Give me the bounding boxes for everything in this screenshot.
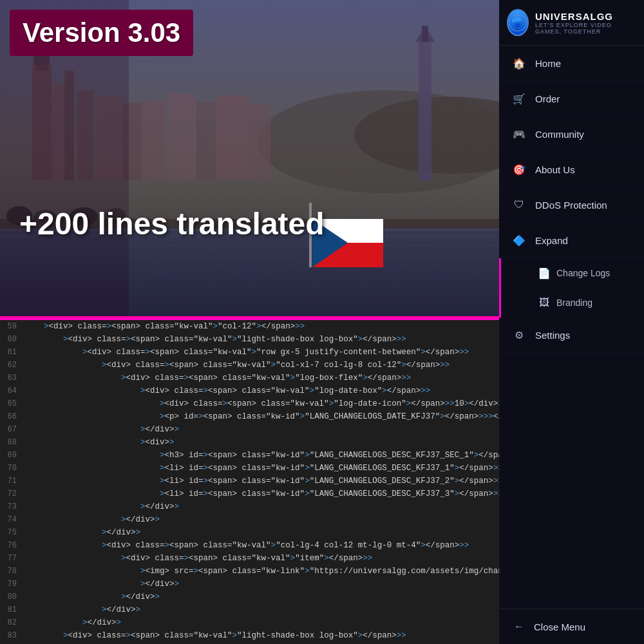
code-line: 74 ></div>> xyxy=(0,513,499,526)
version-badge: Version 3.03 xyxy=(10,10,193,56)
line-content: ></div>> xyxy=(24,513,160,526)
nav-items-container: 🏠 Home 🛒 Order 🎮 Community 🎯 About Us 🛡 … xyxy=(499,46,644,317)
line-number: 79 xyxy=(0,578,24,591)
code-line: 59 ><div> class=><span> class="kw-val">"… xyxy=(0,320,499,333)
line-content: ><li> id=><span> class="kw-id">"LANG_CHA… xyxy=(24,488,499,500)
line-content: ><li> id=><span> class="kw-id">"LANG_CHA… xyxy=(24,475,499,488)
line-number: 72 xyxy=(0,488,24,500)
about-icon: 🎯 xyxy=(512,162,526,176)
sidebar-label-order: Order xyxy=(535,93,560,104)
sidebar-item-order[interactable]: 🛒 Order xyxy=(499,81,644,117)
sidebar-spacer xyxy=(499,353,644,609)
code-line: 73 ></div>> xyxy=(0,500,499,513)
settings-icon: ⚙ xyxy=(512,328,526,342)
line-content: ></div>> xyxy=(24,526,140,539)
line-number: 75 xyxy=(0,526,24,539)
code-line: 61 ><div> class=><span> class="kw-val">"… xyxy=(0,346,499,359)
close-menu-button[interactable]: ← Close Menu xyxy=(499,609,644,644)
line-number: 61 xyxy=(0,346,24,359)
line-number: 78 xyxy=(0,565,24,578)
logo-tagline: LET'S EXPLORE VIDEO GAMES, TOGETHER xyxy=(535,22,636,35)
line-content: ></div>> xyxy=(24,578,179,591)
expand-icon: 🔷 xyxy=(512,233,526,247)
code-line: 71 ><li> id=><span> class="kw-id">"LANG_… xyxy=(0,475,499,488)
code-line: 81 ></div>> xyxy=(0,603,499,616)
line-number: 71 xyxy=(0,475,24,488)
line-content: ><div> class=><span> class="kw-val">"col… xyxy=(24,539,469,552)
sidebar: UNIVERSALGG LET'S EXPLORE VIDEO GAMES, T… xyxy=(499,0,644,644)
line-number: 83 xyxy=(0,629,24,642)
line-number: 64 xyxy=(0,384,24,397)
hero-bottom-border xyxy=(0,316,499,319)
code-line: 68 ><div>> xyxy=(0,436,499,449)
code-line: 63 ><div> class=><span> class="kw-val">"… xyxy=(0,372,499,384)
sidebar-sub-change-logs[interactable]: 📄 Change Logs xyxy=(499,258,644,288)
sidebar-sub-label-change-logs: Change Logs xyxy=(556,268,610,278)
main-area: Version 3.03 +200 lines translated 59 ><… xyxy=(0,0,499,644)
hero-subtitle: +200 lines translated xyxy=(19,206,325,242)
sidebar-item-home[interactable]: 🏠 Home xyxy=(499,46,644,81)
sidebar-item-community[interactable]: 🎮 Community xyxy=(499,117,644,152)
line-content: ><div> class=><span> class="kw-val">"lig… xyxy=(24,333,406,346)
code-editor[interactable]: 59 ><div> class=><span> class="kw-val">"… xyxy=(0,319,499,644)
line-number: 70 xyxy=(0,462,24,475)
code-line: 80 ></div>> xyxy=(0,591,499,603)
logo-text-block: UNIVERSALGG LET'S EXPLORE VIDEO GAMES, T… xyxy=(535,11,636,35)
branding-icon: 🖼 xyxy=(537,296,551,310)
line-content: ><div> class=><span> class="kw-val">"log… xyxy=(24,397,499,410)
line-number: 66 xyxy=(0,410,24,423)
code-line: 75 ></div>> xyxy=(0,526,499,539)
home-icon: 🏠 xyxy=(512,56,526,70)
line-number: 77 xyxy=(0,552,24,565)
sidebar-item-ddos[interactable]: 🛡 DDoS Protection xyxy=(499,187,644,223)
community-icon: 🎮 xyxy=(512,127,526,141)
sidebar-label-ddos: DDoS Protection xyxy=(535,200,607,211)
code-line: 79 ></div>> xyxy=(0,578,499,591)
code-line: 66 ><p> id=><span> class="kw-id">"LANG_C… xyxy=(0,410,499,423)
line-number: 69 xyxy=(0,449,24,462)
line-content: ></div>> xyxy=(24,603,140,616)
line-number: 62 xyxy=(0,359,24,372)
code-line: 72 ><li> id=><span> class="kw-id">"LANG_… xyxy=(0,488,499,500)
line-content: ><div> class=><span> class="kw-val">"col… xyxy=(24,320,305,333)
back-arrow-icon: ← xyxy=(512,620,526,634)
code-line: 62 ><div> class=><span> class="kw-val">"… xyxy=(0,359,499,372)
sidebar-item-about[interactable]: 🎯 About Us xyxy=(499,152,644,187)
line-content: ></div>> xyxy=(24,423,179,436)
settings-label: Settings xyxy=(535,330,570,341)
sidebar-logo[interactable]: UNIVERSALGG LET'S EXPLORE VIDEO GAMES, T… xyxy=(499,0,644,46)
code-line: 67 ></div>> xyxy=(0,423,499,436)
line-content: ><div> class=><span> class="kw-val">"log… xyxy=(24,372,411,384)
logo-brand: UNIVERSALGG xyxy=(535,11,636,22)
code-line: 70 ><li> id=><span> class="kw-id">"LANG_… xyxy=(0,462,499,475)
sidebar-item-expand[interactable]: 🔷 Expand xyxy=(499,223,644,258)
line-number: 63 xyxy=(0,372,24,384)
ddos-icon: 🛡 xyxy=(512,198,526,212)
line-number: 65 xyxy=(0,397,24,410)
line-content: ><div> class=><span> class="kw-val">"ite… xyxy=(24,552,372,565)
close-menu-label: Close Menu xyxy=(534,621,585,632)
line-content: ><div> class=><span> class="kw-val">"lig… xyxy=(24,629,406,642)
line-number: 73 xyxy=(0,500,24,513)
sidebar-label-community: Community xyxy=(535,129,584,140)
line-content: ><p> id=><span> class="kw-id">"LANG_CHAN… xyxy=(24,410,499,423)
line-number: 82 xyxy=(0,616,24,629)
line-content: ><div>> xyxy=(24,436,175,449)
sidebar-sub-branding[interactable]: 🖼 Branding xyxy=(499,288,644,317)
line-number: 60 xyxy=(0,333,24,346)
line-number: 80 xyxy=(0,591,24,603)
line-content: ><img> src=><span> class="kw-link">"http… xyxy=(24,565,499,578)
code-line: 78 ><img> src=><span> class="kw-link">"h… xyxy=(0,565,499,578)
line-content: ><div> class=><span> class="kw-val">"log… xyxy=(24,384,430,397)
code-line: 69 ><h3> id=><span> class="kw-id">"LANG_… xyxy=(0,449,499,462)
sidebar-sub-label-branding: Branding xyxy=(556,298,592,308)
code-line: 60 ><div> class=><span> class="kw-val">"… xyxy=(0,333,499,346)
line-content: ></div>> xyxy=(24,616,121,629)
line-number: 74 xyxy=(0,513,24,526)
sidebar-item-settings[interactable]: ⚙ Settings xyxy=(499,317,644,353)
sidebar-label-about: About Us xyxy=(535,164,575,175)
code-line: 83 ><div> class=><span> class="kw-val">"… xyxy=(0,629,499,642)
order-icon: 🛒 xyxy=(512,91,526,106)
line-number: 67 xyxy=(0,423,24,436)
sidebar-label-home: Home xyxy=(535,58,561,69)
